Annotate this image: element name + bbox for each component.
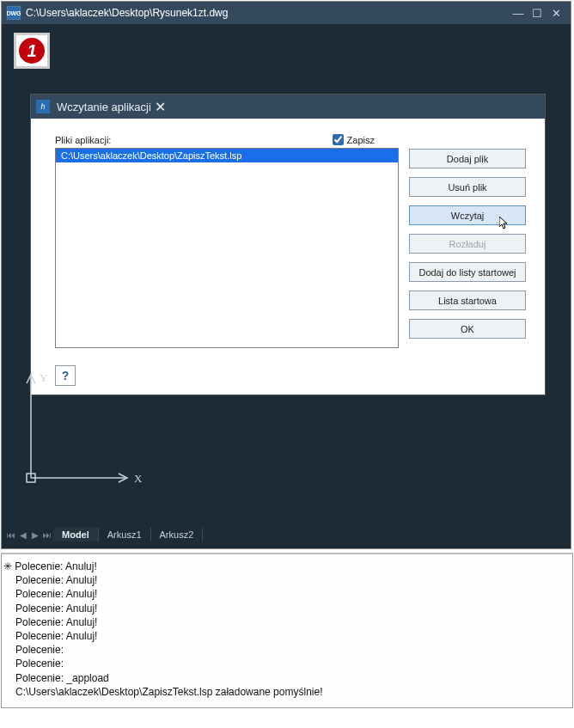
titlebar[interactable]: DWG C:\Users\aklaczek\Desktop\Rysunek1zt… bbox=[2, 2, 571, 24]
tab-arkusz2[interactable]: Arkusz2 bbox=[151, 528, 204, 541]
load-button-label: Wczytaj bbox=[451, 211, 485, 221]
drawing-canvas[interactable]: 1 h Wczytanie aplikacji ✕ Pliki aplikacj… bbox=[2, 24, 571, 548]
command-line-area[interactable]: ✳ Polecenie: Anuluj! Polecenie: Anuluj! … bbox=[1, 553, 573, 708]
files-listbox[interactable]: C:\Users\aklaczek\Desktop\ZapiszTekst.ls… bbox=[55, 148, 399, 348]
startup-list-button[interactable]: Lista startowa bbox=[409, 291, 526, 310]
save-checkbox[interactable]: Zapisz bbox=[333, 134, 375, 145]
tab-nav-first[interactable]: ⏮ bbox=[5, 528, 17, 541]
app-icon: DWG bbox=[7, 6, 21, 20]
sheet-tabs: ⏮ ◀ ▶ ⏭ Model Arkusz1 Arkusz2 bbox=[5, 526, 203, 543]
cmd-line: Polecenie: Anuluj! bbox=[3, 629, 569, 643]
tab-nav-next[interactable]: ▶ bbox=[29, 528, 41, 541]
save-checkbox-label: Zapisz bbox=[347, 135, 375, 145]
cmd-line: Polecenie: bbox=[3, 657, 569, 670]
tab-arkusz1[interactable]: Arkusz1 bbox=[99, 528, 151, 541]
prompt-icon: ✳ bbox=[3, 560, 15, 572]
cmd-line: Polecenie: Anuluj! bbox=[3, 615, 569, 629]
files-label: Pliki aplikacji: bbox=[55, 135, 111, 145]
window-title: C:\Users\aklaczek\Desktop\Rysunek1zt.dwg bbox=[26, 7, 228, 19]
cmd-line: C:\Users\aklaczek\Desktop\ZapiszTekst.ls… bbox=[3, 685, 569, 699]
load-application-dialog: h Wczytanie aplikacji ✕ Pliki aplikacji:… bbox=[30, 94, 546, 395]
unload-button: Rozładuj bbox=[409, 234, 526, 254]
remove-file-button[interactable]: Usuń plik bbox=[409, 177, 526, 197]
cmd-line: Polecenie: Anuluj! bbox=[15, 560, 96, 572]
add-file-button[interactable]: Dodaj plik bbox=[409, 149, 526, 168]
dialog-titlebar[interactable]: h Wczytanie aplikacji ✕ bbox=[31, 95, 545, 119]
help-button[interactable]: ? bbox=[55, 365, 76, 386]
ok-button[interactable]: OK bbox=[409, 319, 526, 339]
tab-nav-prev[interactable]: ◀ bbox=[17, 528, 29, 541]
cmd-line: Polecenie: Anuluj! bbox=[3, 602, 569, 615]
application-window: DWG C:\Users\aklaczek\Desktop\Rysunek1zt… bbox=[1, 1, 571, 549]
dialog-title: Wczytanie aplikacji bbox=[57, 101, 151, 113]
dialog-icon: h bbox=[36, 100, 50, 113]
cmd-line: Polecenie: bbox=[3, 643, 569, 657]
close-button[interactable]: ✕ bbox=[547, 5, 565, 21]
tab-nav-last[interactable]: ⏭ bbox=[41, 528, 53, 541]
step-number: 1 bbox=[27, 41, 36, 61]
list-item[interactable]: C:\Users\aklaczek\Desktop\ZapiszTekst.ls… bbox=[56, 149, 398, 162]
minimize-button[interactable]: — bbox=[509, 5, 528, 21]
load-button[interactable]: Wczytaj bbox=[409, 205, 526, 225]
maximize-button[interactable]: ☐ bbox=[528, 5, 547, 21]
cmd-line: Polecenie: Anuluj! bbox=[3, 573, 569, 587]
x-axis-label: X bbox=[134, 472, 143, 485]
cursor-icon bbox=[499, 217, 510, 233]
cmd-line: Polecenie: _appload bbox=[3, 671, 569, 685]
tab-model[interactable]: Model bbox=[53, 528, 99, 541]
add-to-startup-button[interactable]: Dodaj do listy startowej bbox=[409, 262, 526, 282]
save-checkbox-input[interactable] bbox=[333, 134, 344, 145]
cmd-line: Polecenie: Anuluj! bbox=[3, 587, 569, 601]
step-badge: 1 bbox=[14, 33, 50, 69]
svg-rect-2 bbox=[27, 474, 35, 482]
dialog-close-button[interactable]: ✕ bbox=[151, 99, 169, 115]
